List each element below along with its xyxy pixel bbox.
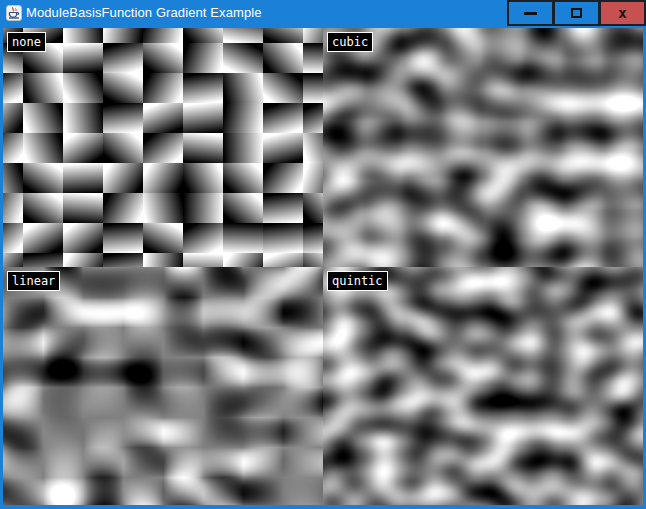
noise-canvas-cubic (323, 28, 643, 267)
panel-label-cubic: cubic (327, 32, 373, 52)
panel-linear: linear (3, 267, 323, 505)
render-area: none cubic linear quintic (3, 28, 643, 505)
panel-label-linear: linear (7, 271, 60, 291)
noise-canvas-linear (3, 267, 323, 505)
minimize-button[interactable] (507, 0, 554, 26)
noise-canvas-quintic (323, 267, 643, 505)
panel-none: none (3, 28, 323, 267)
titlebar[interactable]: ModuleBasisFunction Gradient Example x (3, 0, 643, 28)
panel-label-none: none (7, 32, 46, 52)
close-button[interactable]: x (599, 0, 646, 26)
panel-quintic: quintic (323, 267, 643, 505)
noise-canvas-none (3, 28, 323, 267)
minimize-icon (524, 12, 537, 15)
maximize-button[interactable] (553, 0, 600, 26)
maximize-icon (571, 8, 582, 18)
window-title: ModuleBasisFunction Gradient Example (26, 0, 262, 26)
java-coffee-cup-icon (6, 5, 22, 21)
close-icon: x (618, 6, 626, 20)
window-bottom-border (3, 505, 643, 509)
window-controls: x (507, 0, 646, 26)
panel-cubic: cubic (323, 28, 643, 267)
panel-label-quintic: quintic (327, 271, 388, 291)
app-window: ModuleBasisFunction Gradient Example x n… (0, 0, 646, 509)
